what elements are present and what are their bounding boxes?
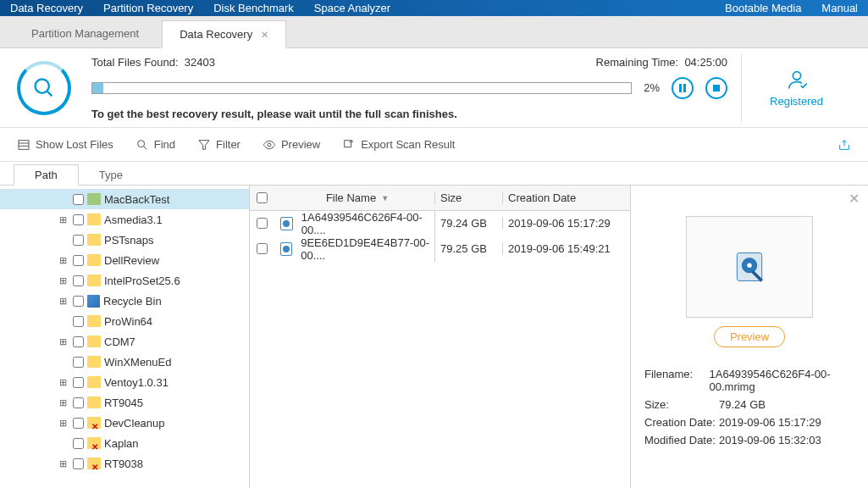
- expander-icon[interactable]: ⊞: [58, 296, 68, 306]
- tree-checkbox[interactable]: [73, 357, 84, 368]
- expander-icon[interactable]: [58, 316, 68, 326]
- share-button[interactable]: [838, 138, 851, 152]
- tree-item[interactable]: ✕Kaplan: [0, 433, 249, 453]
- stop-button[interactable]: [705, 77, 727, 99]
- menu-partition-recovery[interactable]: Partition Recovery: [103, 2, 193, 14]
- svg-point-0: [36, 79, 49, 92]
- tree-item[interactable]: PSTsnaps: [0, 230, 249, 250]
- show-lost-files-button[interactable]: Show Lost Files: [17, 138, 113, 152]
- expander-icon[interactable]: [58, 235, 68, 245]
- expander-icon[interactable]: ⊞: [58, 418, 68, 428]
- tree-checkbox[interactable]: [73, 418, 84, 429]
- tree-item[interactable]: ⊞DellReview: [0, 250, 249, 270]
- tree-item[interactable]: ⊞IntelProSet25.6: [0, 270, 249, 291]
- scan-info: Total Files Found: 32403 Remaining Time:…: [91, 56, 727, 120]
- tree-checkbox[interactable]: [73, 377, 84, 388]
- tree-checkbox[interactable]: [73, 255, 84, 266]
- deleted-marker-icon: ✕: [91, 463, 98, 472]
- registered-label: Registered: [770, 95, 823, 108]
- folder-icon: [87, 356, 101, 368]
- menu-bootable-media[interactable]: Bootable Media: [725, 2, 801, 14]
- scan-status-panel: Total Files Found: 32403 Remaining Time:…: [0, 48, 868, 128]
- total-files-value: 32403: [185, 56, 215, 69]
- expander-icon[interactable]: [58, 194, 68, 204]
- tree-item-label: WinXMenuEd: [104, 356, 171, 369]
- expander-icon[interactable]: ⊞: [58, 255, 68, 265]
- select-all-checkbox[interactable]: [250, 192, 274, 203]
- deleted-marker-icon: ✕: [91, 422, 98, 431]
- file-checkbox[interactable]: [250, 243, 274, 254]
- path-tab[interactable]: Path: [14, 164, 79, 186]
- svg-point-16: [747, 263, 752, 268]
- tree-item[interactable]: ⊞CDM7: [0, 331, 249, 352]
- export-button[interactable]: Export Scan Result: [342, 138, 455, 152]
- menu-manual[interactable]: Manual: [821, 2, 858, 14]
- tree-checkbox[interactable]: [73, 397, 84, 408]
- filter-label: Filter: [216, 138, 240, 151]
- tree-checkbox[interactable]: [73, 458, 84, 469]
- tree-item[interactable]: ⊞Recycle Bin: [0, 291, 249, 311]
- tree-item-label: CDM7: [104, 336, 135, 348]
- tab-partition-management[interactable]: Partition Management: [14, 19, 157, 47]
- file-row[interactable]: 1A64939546C626F4-00-00.... 79.24 GB 2019…: [250, 211, 630, 236]
- expander-icon[interactable]: [58, 357, 68, 367]
- top-menu-left: Data Recovery Partition Recovery Disk Be…: [10, 2, 390, 14]
- tree-item[interactable]: WinXMenuEd: [0, 352, 249, 372]
- tree-item[interactable]: ⊞RT9045: [0, 392, 249, 413]
- detail-filename-value: 1A64939546C626F4-00-00.mrimg: [710, 368, 855, 393]
- expander-icon[interactable]: ⊞: [58, 458, 68, 469]
- folder-icon: [87, 274, 101, 286]
- tab-data-recovery[interactable]: Data Recovery ✕: [162, 20, 286, 48]
- column-filename[interactable]: File Name▼: [274, 191, 435, 204]
- file-row[interactable]: 9EE6ED1D9E4E4B77-00-00.... 79.25 GB 2019…: [250, 236, 630, 262]
- tree-checkbox[interactable]: [73, 438, 84, 449]
- folder-icon: [87, 396, 101, 408]
- svg-rect-2: [679, 84, 682, 92]
- svg-line-10: [143, 146, 147, 149]
- file-size-cell: 79.24 GB: [435, 217, 503, 230]
- tree-checkbox[interactable]: [73, 316, 84, 327]
- column-date[interactable]: Creation Date: [503, 191, 630, 204]
- column-size[interactable]: Size: [435, 191, 503, 204]
- filter-button[interactable]: Filter: [197, 138, 240, 152]
- expander-icon[interactable]: [58, 438, 68, 448]
- folder-icon: [87, 193, 101, 205]
- expander-icon[interactable]: ⊞: [58, 377, 68, 387]
- tree-item[interactable]: ⊞Asmedia3.1: [0, 209, 249, 230]
- pause-button[interactable]: [672, 77, 694, 99]
- menu-data-recovery[interactable]: Data Recovery: [10, 2, 83, 14]
- tree-item[interactable]: MacBackTest: [0, 189, 249, 209]
- tree-item-label: Kaplan: [104, 437, 138, 450]
- menu-space-analyzer[interactable]: Space Analyzer: [314, 2, 390, 14]
- file-checkbox[interactable]: [250, 218, 274, 229]
- tree-item[interactable]: ProWin64: [0, 311, 249, 331]
- tree-item[interactable]: ⊞Ventoy1.0.31: [0, 372, 249, 392]
- tree-checkbox[interactable]: [73, 235, 84, 246]
- detail-modified-label: Modified Date:: [644, 434, 719, 446]
- expander-icon[interactable]: ⊞: [58, 336, 68, 347]
- preview-button[interactable]: Preview: [263, 138, 320, 152]
- expander-icon[interactable]: ⊞: [58, 275, 68, 286]
- tree-checkbox[interactable]: [73, 336, 84, 347]
- svg-point-5: [793, 72, 800, 80]
- preview-file-button[interactable]: Preview: [714, 326, 785, 347]
- remaining-time-value: 04:25:00: [684, 56, 727, 69]
- tree-checkbox[interactable]: [73, 296, 84, 307]
- menu-disk-benchmark[interactable]: Disk Benchmark: [213, 2, 294, 14]
- file-size-cell: 79.25 GB: [435, 242, 503, 255]
- registered-panel[interactable]: Registered: [741, 54, 851, 122]
- folder-icon: [87, 234, 101, 246]
- folder-tree[interactable]: MacBackTest⊞Asmedia3.1PSTsnaps⊞DellRevie…: [0, 186, 250, 488]
- sort-icon: ▼: [381, 194, 389, 202]
- tree-checkbox[interactable]: [73, 194, 84, 205]
- tree-item[interactable]: ⊞✕DevCleanup: [0, 413, 249, 433]
- close-details-icon[interactable]: ✕: [849, 191, 860, 207]
- expander-icon[interactable]: ⊞: [58, 397, 68, 408]
- close-icon[interactable]: ✕: [261, 30, 268, 40]
- tree-checkbox[interactable]: [73, 275, 84, 286]
- type-tab[interactable]: Type: [79, 165, 143, 185]
- expander-icon[interactable]: ⊞: [58, 214, 68, 225]
- find-button[interactable]: Find: [135, 138, 175, 152]
- tree-checkbox[interactable]: [73, 214, 84, 225]
- tree-item[interactable]: ⊞✕RT9038: [0, 453, 249, 474]
